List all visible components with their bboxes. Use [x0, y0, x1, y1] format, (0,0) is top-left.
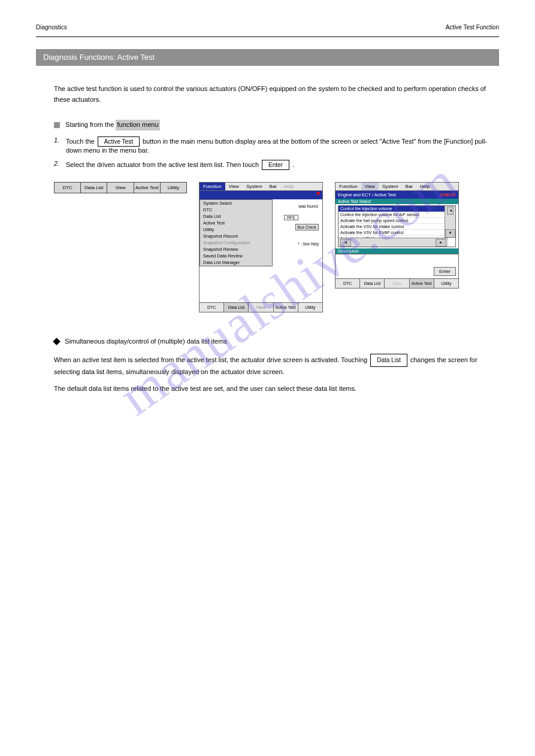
enter-button-ref: Enter	[262, 160, 289, 170]
diamond-p1: When an active test item is selected fro…	[54, 354, 499, 378]
menu-item-snapshot-config: Snapshot Configuration	[200, 239, 272, 246]
data-list-button-ref: Data List	[370, 354, 407, 367]
active-test-button-ref: Active Test	[98, 136, 140, 147]
list-item[interactable]: Control the injection volume	[338, 206, 448, 212]
description-header: Description	[335, 248, 458, 254]
header-rule	[36, 37, 499, 37]
menu-item-data-list[interactable]: Data List	[200, 213, 272, 220]
was-found-label: was found.	[298, 204, 319, 208]
diamond-p2: The default data list items related to t…	[54, 384, 499, 394]
menu-help[interactable]: Help	[280, 183, 297, 190]
menu3-help[interactable]: Help	[416, 183, 433, 190]
see-help-label: * : See Help	[298, 242, 319, 246]
figure-dropdown: Function View System Bar Help ⚑ System S…	[199, 182, 323, 312]
vertical-scrollbar[interactable]: ▲ ▼	[445, 206, 455, 238]
scroll-right-icon[interactable]: ►	[436, 239, 446, 247]
menu-item-snapshot-record[interactable]: Snapshot Record	[200, 233, 272, 239]
menu-item-snapshot-review[interactable]: Snapshot Review	[200, 246, 272, 253]
check-label: CHECK	[440, 192, 456, 198]
section-title: Diagnosis Functions: Active Test	[36, 49, 499, 66]
header-right: Active Test Function	[446, 24, 499, 31]
bottom3-utility[interactable]: Utility	[434, 279, 458, 288]
figure-toolbar: DTC Data List View Active Test Utility	[54, 182, 187, 193]
bottom-utility[interactable]: Utility	[298, 303, 322, 312]
toolbar-active-test[interactable]: Active Test	[134, 183, 161, 193]
menu-system[interactable]: System	[243, 183, 266, 190]
menu-item-utility[interactable]: Utility	[200, 226, 272, 233]
scroll-left-icon[interactable]: ◄	[340, 239, 351, 247]
bottom-dtc[interactable]: DTC	[200, 303, 224, 312]
flag-icon: ⚑	[315, 191, 320, 197]
list-item[interactable]: Activate the VSV for EVAP control	[338, 230, 448, 236]
list-item[interactable]: Control the injection volume for A/F sen…	[338, 212, 448, 218]
list-item[interactable]: Activate the VSV for intake control	[338, 224, 448, 230]
menu-bar[interactable]: Bar	[266, 183, 280, 190]
bottom3-data-list[interactable]: Data List	[360, 279, 385, 288]
toolbar-data-list[interactable]: Data List	[81, 183, 107, 193]
header-left: Diagnostics	[36, 24, 67, 31]
toolbar-utility[interactable]: Utility	[161, 183, 186, 193]
active-test-select-header: Active Test Select	[335, 199, 458, 204]
bottom-view[interactable]: View	[249, 303, 273, 312]
step-1: 1. Touch the Active Test button in the m…	[54, 136, 499, 154]
menu-item-system-select[interactable]: System Select	[200, 200, 272, 207]
dropdown-panel: System Select DTC Data List Active Test …	[200, 199, 273, 266]
menu3-bar[interactable]: Bar	[402, 183, 416, 190]
menu-item-active-test[interactable]: Active Test	[200, 220, 272, 226]
bottom3-active-test[interactable]: Active Test	[410, 279, 434, 288]
step-2: 2. Select the driven actuator from the a…	[54, 160, 499, 170]
scroll-up-icon[interactable]: ▲	[447, 207, 454, 215]
diamond-heading: Simultaneous display/control of (multipl…	[54, 336, 499, 347]
enter-button[interactable]: Enter	[434, 267, 456, 276]
menu3-view[interactable]: View	[361, 183, 379, 190]
highlight-function-menu: function menu	[116, 120, 159, 130]
menu-item-saved-data[interactable]: Saved Data Review	[200, 253, 272, 259]
bottom3-dtc[interactable]: DTC	[335, 279, 360, 288]
active-test-list: Control the injection volume Control the…	[338, 205, 456, 247]
toolbar-dtc[interactable]: DTC	[55, 183, 81, 193]
menu3-function[interactable]: Function	[335, 183, 361, 190]
bus-check-button[interactable]: Bus Check	[295, 224, 319, 230]
horizontal-scrollbar[interactable]: ◄ ►	[338, 238, 448, 247]
rfe-label: RFE	[284, 215, 298, 220]
menu-item-dtc[interactable]: DTC	[200, 207, 272, 213]
diamond-bullet-icon	[53, 338, 61, 346]
shot3-title-text: Engine and ECT / Active Test	[338, 192, 396, 198]
square-bullet	[54, 122, 60, 128]
scroll-down-icon[interactable]: ▼	[445, 229, 455, 238]
menu-item-data-list-mgr[interactable]: Data List Manager	[200, 259, 272, 266]
list-item[interactable]: Activate the fuel pump speed control	[338, 218, 448, 224]
intro-text: The active test function is used to cont…	[54, 84, 499, 105]
bottom-data-list[interactable]: Data List	[224, 303, 249, 312]
subheading: Starting from the function menu	[54, 120, 499, 130]
menu3-system[interactable]: System	[379, 183, 402, 190]
bottom3-view: View	[385, 279, 409, 288]
menu-function[interactable]: Function	[200, 183, 225, 190]
figure-active-test-select: Function View System Bar Help Engine and…	[335, 182, 459, 289]
menu-view[interactable]: View	[225, 183, 243, 190]
toolbar-view[interactable]: View	[107, 183, 134, 193]
bottom-active-test[interactable]: Active Test	[274, 303, 298, 312]
